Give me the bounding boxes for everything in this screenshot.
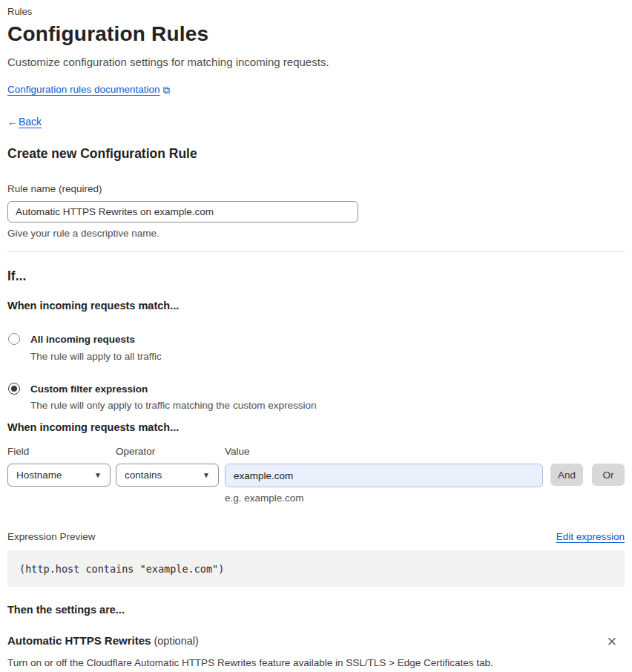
- then-settings-heading: Then the settings are...: [7, 604, 625, 616]
- value-input[interactable]: [225, 464, 543, 487]
- if-heading: If...: [7, 269, 625, 284]
- setting-description: Turn on or off the Cloudflare Automatic …: [7, 657, 625, 668]
- radio-option-description: The rule will apply to all traffic: [30, 351, 162, 362]
- radio-option-custom-filter[interactable]: Custom filter expression The rule will o…: [7, 382, 625, 412]
- rule-name-label: Rule name (required): [7, 183, 625, 194]
- back-row: ←Back: [7, 116, 625, 128]
- back-arrow-icon: ←: [7, 116, 18, 128]
- radio-option-description: The rule will only apply to traffic matc…: [30, 400, 316, 411]
- radio-button-unselected[interactable]: [8, 333, 20, 345]
- edit-expression-link[interactable]: Edit expression: [556, 531, 625, 542]
- value-column: Value e.g. example.com: [225, 446, 543, 504]
- chevron-down-icon: ▼: [94, 471, 102, 479]
- field-column: Field Hostname ▼: [7, 446, 111, 487]
- rule-name-input[interactable]: [7, 201, 358, 223]
- doc-link-row: Configuration rules documentation⧉: [7, 84, 625, 96]
- breadcrumb: Rules: [7, 6, 625, 17]
- operator-select-value: contains: [125, 470, 162, 481]
- setting-header: Automatic HTTPS Rewrites (optional) ✕: [7, 634, 625, 650]
- rule-name-helper: Give your rule a descriptive name.: [7, 228, 625, 239]
- and-button[interactable]: And: [550, 464, 583, 486]
- expression-builder-row: Field Hostname ▼ Operator contains ▼ Val…: [7, 446, 625, 504]
- expression-preview-label: Expression Preview: [7, 531, 96, 542]
- expression-preview-row: Expression Preview Edit expression: [7, 531, 625, 542]
- radio-option-label[interactable]: Custom filter expression: [30, 382, 316, 397]
- or-button[interactable]: Or: [592, 464, 625, 486]
- page-title: Configuration Rules: [7, 22, 625, 46]
- section-divider: [7, 251, 625, 252]
- setting-name: Automatic HTTPS Rewrites: [7, 634, 151, 647]
- create-rule-heading: Create new Configuration Rule: [7, 146, 625, 162]
- match-heading-2: When incoming requests match...: [7, 421, 625, 433]
- field-select[interactable]: Hostname ▼: [7, 464, 111, 487]
- radio-option-label[interactable]: All incoming requests: [30, 332, 162, 347]
- chevron-down-icon: ▼: [203, 471, 210, 479]
- back-link[interactable]: Back: [19, 116, 42, 128]
- documentation-link[interactable]: Configuration rules documentation: [7, 84, 160, 95]
- expression-code-block: (http.host contains "example.com"): [7, 550, 625, 587]
- field-label: Field: [7, 446, 111, 457]
- expression-code: (http.host contains "example.com"): [19, 563, 224, 575]
- operator-select[interactable]: contains ▼: [116, 464, 219, 487]
- external-link-icon: ⧉: [163, 85, 171, 96]
- value-label: Value: [225, 446, 543, 457]
- field-select-value: Hostname: [16, 470, 62, 481]
- operator-column: Operator contains ▼: [116, 446, 219, 487]
- radio-option-all-requests[interactable]: All incoming requests The rule will appl…: [7, 332, 625, 362]
- setting-optional-tag: (optional): [151, 635, 198, 647]
- page-description: Customize configuration settings for mat…: [7, 56, 625, 68]
- value-helper: e.g. example.com: [225, 493, 543, 504]
- operator-label: Operator: [116, 446, 219, 457]
- radio-button-selected[interactable]: [8, 383, 20, 395]
- close-icon[interactable]: ✕: [604, 634, 620, 650]
- match-heading-1: When incoming requests match...: [7, 300, 625, 312]
